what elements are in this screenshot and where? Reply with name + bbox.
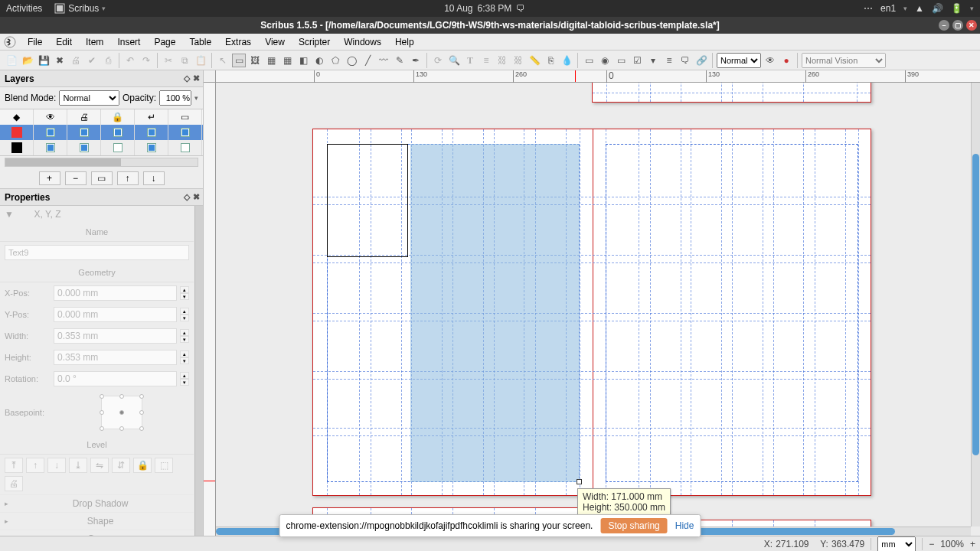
menu-item[interactable]: Item — [80, 35, 109, 49]
lang-indicator[interactable]: en1 — [880, 3, 896, 14]
text-frame-icon[interactable]: ▭ — [232, 54, 246, 67]
layers-close-icon[interactable]: ✖ — [193, 73, 200, 83]
text-frame[interactable] — [327, 144, 408, 257]
horizontal-ruler[interactable]: 0 130 260 0 130 260 390 — [216, 70, 980, 83]
minimize-button[interactable]: – — [939, 20, 949, 31]
close-button[interactable]: ✕ — [966, 20, 977, 31]
menu-page[interactable]: Page — [148, 35, 181, 49]
line-icon[interactable]: ╱ — [361, 54, 374, 67]
render-frame-icon[interactable]: ▦ — [264, 54, 278, 67]
layer-color-swatch[interactable] — [11, 142, 22, 153]
menu-table[interactable]: Table — [183, 35, 217, 49]
redo-icon[interactable]: ↷ — [139, 54, 153, 67]
level-up-button[interactable]: ↑ — [26, 458, 44, 473]
app-menu[interactable]: Scribus ▾ — [54, 3, 106, 14]
copy-icon[interactable]: ⧉ — [178, 54, 191, 67]
eye-icon[interactable]: 👁 — [763, 54, 777, 67]
edit-content-icon[interactable]: 𝐓 — [463, 54, 477, 67]
menu-file[interactable]: File — [21, 35, 48, 49]
canvas[interactable]: Width: 171.000 mm Height: 350.000 mm — [216, 83, 971, 527]
new-doc-icon[interactable]: 📄 — [5, 54, 18, 67]
section-shape[interactable]: ▸Shape — [0, 512, 194, 530]
bezier-icon[interactable]: 〰 — [377, 54, 390, 67]
menu-extras[interactable]: Extras — [219, 35, 257, 49]
pdf-annot-icon[interactable]: 🗨 — [678, 54, 692, 67]
stop-sharing-button[interactable]: Stop sharing — [600, 518, 667, 533]
calligraphy-icon[interactable]: ✒ — [409, 54, 423, 67]
unlink-frames-icon[interactable]: ⛓̷ — [511, 54, 525, 67]
vision-mode-select[interactable]: Normal Vision — [802, 53, 886, 68]
preflight-icon[interactable]: ✔ — [85, 54, 99, 67]
name-input[interactable]: Text9 — [5, 245, 189, 260]
more-icon[interactable]: ⋯ — [864, 3, 873, 14]
flip-h-button[interactable]: ⇋ — [90, 458, 109, 473]
lock-size-button[interactable]: ⬚ — [155, 458, 173, 473]
menu-insert[interactable]: Insert — [111, 35, 146, 49]
story-editor-icon[interactable]: ≡ — [479, 54, 493, 67]
properties-close-icon[interactable]: ✖ — [193, 192, 200, 202]
layer-duplicate-button[interactable]: ▭ — [91, 171, 113, 185]
basepoint-widget[interactable] — [101, 396, 142, 429]
pdf-link-icon[interactable]: 🔗 — [694, 54, 708, 67]
preview-mode-select[interactable]: Normal — [717, 53, 761, 68]
layer-down-button[interactable]: ↓ — [143, 171, 165, 185]
layer-flow-checkbox[interactable] — [147, 128, 156, 137]
pdf-list-icon[interactable]: ≡ — [662, 54, 676, 67]
paste-icon[interactable]: 📋 — [194, 54, 207, 67]
eyedrop-icon[interactable]: 💧 — [560, 54, 573, 67]
zoom-value[interactable]: 100% — [940, 539, 964, 549]
flip-v-button[interactable]: ⇵ — [112, 458, 130, 473]
layer-remove-button[interactable]: − — [65, 171, 87, 185]
menu-edit[interactable]: Edit — [50, 35, 78, 49]
cms-toggle-icon[interactable]: ● — [779, 54, 793, 67]
network-icon[interactable]: ▲ — [915, 3, 924, 14]
width-input[interactable]: 0.353 mm — [54, 328, 177, 344]
zoom-icon[interactable]: 🔍 — [447, 54, 461, 67]
image-frame-icon[interactable]: 🖼 — [248, 54, 262, 67]
ypos-input[interactable]: 0.000 mm — [54, 307, 177, 322]
layers-hscroll[interactable] — [5, 158, 198, 167]
save-icon[interactable]: 💾 — [37, 54, 51, 67]
section-drop-shadow[interactable]: ▸Drop Shadow — [0, 494, 194, 512]
pdf-combo-icon[interactable]: ▾ — [646, 54, 660, 67]
undo-icon[interactable]: ↶ — [123, 54, 137, 67]
tab-xyz[interactable]: X, Y, Z — [34, 209, 61, 220]
close-doc-icon[interactable]: ✖ — [53, 54, 67, 67]
battery-icon[interactable]: 🔋 — [951, 3, 962, 14]
lock-button[interactable]: 🔒 — [133, 458, 152, 473]
arc-icon[interactable]: ◐ — [312, 54, 326, 67]
level-bottom-button[interactable]: ⤓ — [69, 458, 87, 473]
level-top-button[interactable]: ⤒ — [5, 458, 23, 473]
pdf-text-icon[interactable]: ▭ — [614, 54, 628, 67]
height-input[interactable]: 0.353 mm — [54, 350, 177, 365]
canvas-area[interactable]: 0 130 260 0 130 260 390 — [204, 70, 980, 536]
canvas-vscroll[interactable] — [971, 83, 980, 527]
polygon-icon[interactable]: ⬠ — [328, 54, 342, 67]
menu-view[interactable]: View — [259, 35, 291, 49]
menu-windows[interactable]: Windows — [338, 35, 387, 49]
rotate-icon[interactable]: ⟳ — [431, 54, 445, 67]
pdf-push-icon[interactable]: ▭ — [582, 54, 596, 67]
level-down-button[interactable]: ↓ — [47, 458, 66, 473]
blend-mode-select[interactable]: Normal — [59, 90, 119, 106]
layer-outline-checkbox[interactable] — [181, 128, 190, 137]
layer-lock-checkbox[interactable] — [113, 143, 122, 152]
measure-icon[interactable]: 📏 — [528, 54, 541, 67]
link-frames-icon[interactable]: ⛓ — [495, 54, 509, 67]
sound-icon[interactable]: 🔊 — [932, 3, 943, 14]
layer-print-checkbox[interactable] — [80, 128, 89, 137]
open-icon[interactable]: 📂 — [21, 54, 34, 67]
section-group[interactable]: ▸Group — [0, 530, 194, 536]
menu-scripter[interactable]: Scripter — [292, 35, 336, 49]
opacity-input[interactable] — [159, 90, 191, 106]
page-spread[interactable] — [312, 129, 871, 496]
unit-select[interactable]: mm — [877, 536, 916, 552]
spiral-icon[interactable]: ◯ — [345, 54, 358, 67]
layer-outline-checkbox[interactable] — [181, 143, 190, 152]
layer-visible-checkbox[interactable] — [46, 143, 55, 152]
layer-flow-checkbox[interactable] — [147, 143, 156, 152]
layer-visible-checkbox[interactable] — [46, 128, 55, 137]
pdf-check-icon[interactable]: ☑ — [630, 54, 644, 67]
hide-share-button[interactable]: Hide — [675, 520, 694, 531]
clock[interactable]: 10 Aug 6:38 PM 🗨 — [106, 3, 864, 14]
